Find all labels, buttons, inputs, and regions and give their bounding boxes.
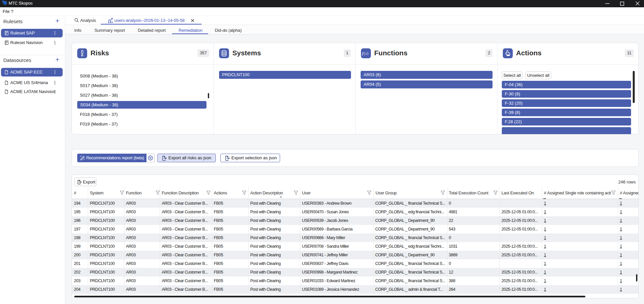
svg-text:(: ( (364, 52, 365, 55)
svg-text:): ) (367, 52, 368, 55)
svg-text:x: x (365, 51, 367, 55)
